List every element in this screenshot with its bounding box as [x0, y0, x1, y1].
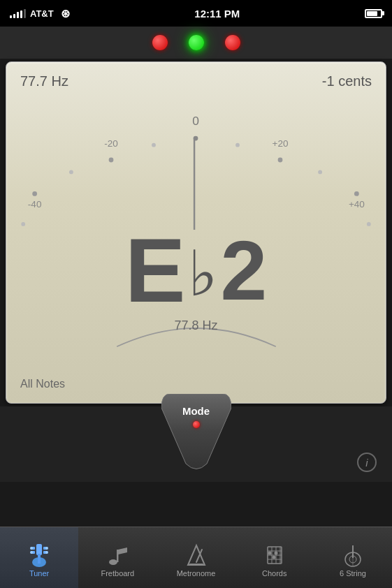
svg-rect-18	[36, 544, 42, 555]
tuner-display: 77.7 Hz -1 cents -40 -20 0 +20 +40	[6, 61, 386, 404]
signal-bars	[10, 8, 26, 18]
svg-rect-24	[38, 554, 41, 564]
mode-button-label: Mode	[182, 405, 210, 417]
note-flat-symbol: ♭	[188, 242, 217, 305]
svg-point-41	[268, 551, 271, 554]
frequency-display: 77.7 Hz	[20, 73, 68, 89]
6string-tab-label: 6 String	[340, 569, 366, 578]
battery-icon	[365, 9, 382, 18]
freq-display: 77.7 Hz -1 cents	[6, 73, 386, 89]
indicator-lights	[0, 27, 392, 59]
battery-fill	[367, 11, 377, 16]
note-name: E ♭ 2	[125, 225, 267, 316]
signal-bar-4	[20, 10, 22, 18]
svg-text:-20: -20	[104, 138, 118, 149]
tab-6string[interactable]: 6 String	[314, 527, 392, 588]
svg-rect-33	[189, 564, 203, 566]
fretboard-tab-label: Fretboard	[101, 569, 134, 578]
6string-tab-icon	[340, 543, 365, 568]
svg-point-9	[354, 191, 359, 196]
all-notes-button[interactable]: All Notes	[20, 378, 65, 390]
svg-text:0: 0	[192, 114, 199, 128]
svg-point-13	[318, 170, 322, 175]
sharp-light	[225, 35, 240, 50]
tuner-tab-icon	[27, 543, 52, 568]
note-frequency: 77.8 Hz	[174, 318, 217, 333]
svg-point-43	[272, 555, 275, 559]
svg-point-26	[45, 547, 48, 550]
svg-point-3	[109, 158, 114, 163]
svg-point-42	[274, 551, 277, 554]
signal-bar-3	[17, 12, 19, 18]
note-letter: E	[125, 225, 186, 316]
flat-light	[152, 35, 168, 50]
tab-bar: Tuner Fretboard Metronome	[0, 527, 392, 588]
info-button[interactable]: i	[357, 453, 377, 472]
fretboard-tab-icon	[105, 543, 130, 568]
metronome-tab-icon	[184, 543, 209, 568]
tab-metronome[interactable]: Metronome	[157, 527, 235, 588]
mode-area: Mode i	[0, 406, 392, 482]
tuner-tab-label: Tuner	[29, 569, 49, 578]
svg-point-12	[235, 143, 240, 147]
svg-point-29	[109, 559, 117, 565]
cents-display: -1 cents	[322, 73, 372, 89]
mode-pick[interactable]: Mode	[161, 394, 231, 471]
in-tune-light	[189, 35, 204, 50]
svg-point-1	[32, 191, 37, 196]
note-display: E ♭ 2 77.8 Hz	[6, 225, 386, 333]
carrier-name: AT&T	[30, 8, 54, 19]
chords-tab-icon	[262, 543, 287, 568]
status-right	[365, 9, 382, 18]
tab-tuner[interactable]: Tuner	[0, 527, 78, 588]
status-time: 12:11 PM	[194, 8, 240, 20]
wifi-icon: ⊛	[61, 7, 70, 20]
chords-tab-label: Chords	[262, 569, 286, 578]
signal-bar-2	[13, 14, 15, 18]
metronome-tab-label: Metronome	[177, 569, 216, 578]
svg-point-25	[30, 547, 33, 550]
status-bar: AT&T ⊛ 12:11 PM	[0, 0, 392, 27]
svg-text:+20: +20	[273, 138, 289, 149]
svg-point-7	[278, 158, 283, 163]
svg-point-28	[45, 551, 48, 554]
tab-fretboard[interactable]: Fretboard	[78, 527, 157, 588]
svg-point-11	[152, 143, 156, 147]
status-left: AT&T ⊛	[10, 7, 70, 20]
signal-bar-5	[24, 9, 26, 18]
svg-text:-40: -40	[28, 199, 42, 210]
svg-point-27	[30, 551, 33, 554]
svg-text:+40: +40	[349, 199, 365, 210]
svg-point-10	[69, 170, 73, 175]
signal-bar-1	[10, 15, 12, 18]
tab-chords[interactable]: Chords	[235, 527, 314, 588]
meter-svg: -40 -20 0 +20 +40	[6, 90, 386, 230]
pick-indicator-dot	[193, 421, 200, 428]
note-octave: 2	[220, 228, 267, 312]
